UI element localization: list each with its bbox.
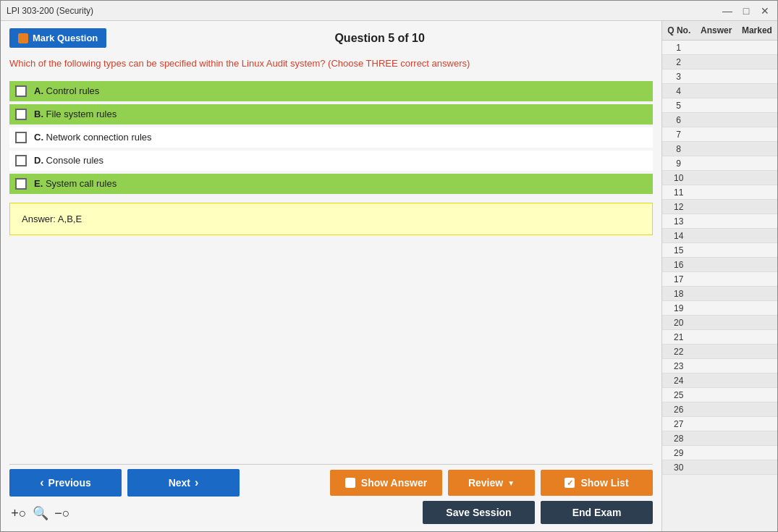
question-text: Which of the following types can be spec…	[9, 56, 653, 71]
list-item[interactable]: 24	[662, 373, 777, 388]
end-exam-button[interactable]: End Exam	[541, 501, 653, 524]
list-item[interactable]: 21	[662, 330, 777, 345]
list-item[interactable]: 6	[662, 113, 777, 127]
list-item[interactable]: 1	[662, 41, 777, 55]
option-label-b: B. File system rules	[34, 109, 117, 119]
q-number: 13	[662, 216, 695, 227]
options-list: A. Control rules B. File system rules C.…	[9, 81, 653, 194]
mark-question-button[interactable]: Mark Question	[9, 28, 106, 48]
q-number: 18	[662, 289, 695, 299]
list-item[interactable]: 20	[662, 316, 777, 330]
col-q-no: Q No.	[662, 24, 696, 37]
close-button[interactable]: ✕	[758, 4, 771, 17]
list-item[interactable]: 13	[662, 214, 777, 229]
zoom-and-save-bar: +○ 🔍 −○ Save Session End Exam	[9, 499, 653, 525]
review-dropdown-icon: ▼	[507, 479, 515, 487]
q-number: 1	[662, 43, 695, 53]
list-item[interactable]: 28	[662, 431, 777, 446]
q-number: 5	[662, 101, 695, 111]
q-number: 26	[662, 405, 695, 415]
list-item[interactable]: 27	[662, 417, 777, 431]
option-label-a: A. Control rules	[34, 85, 99, 96]
content-area: Mark Question Question 5 of 10 Which of …	[1, 21, 777, 531]
bottom-bar: ‹ Previous Next › Show Answer Review ▼ ✓	[9, 464, 653, 499]
list-item[interactable]: 23	[662, 359, 777, 373]
list-item[interactable]: 3	[662, 69, 777, 84]
q-number: 14	[662, 231, 695, 241]
q-number: 21	[662, 332, 695, 342]
q-number: 16	[662, 260, 695, 270]
previous-button[interactable]: ‹ Previous	[9, 469, 122, 497]
list-item[interactable]: 18	[662, 287, 777, 301]
list-item[interactable]: 19	[662, 301, 777, 316]
show-list-button[interactable]: ✓ Show List	[541, 470, 653, 496]
next-arrow-icon: ›	[195, 476, 198, 489]
title-bar: LPI 303-200 (Security) — □ ✕	[1, 1, 777, 21]
list-item[interactable]: 5	[662, 98, 777, 113]
option-row-b[interactable]: B. File system rules	[9, 104, 653, 124]
list-item[interactable]: 16	[662, 258, 777, 272]
option-row-c[interactable]: C. Network connection rules	[9, 127, 653, 148]
top-bar: Mark Question Question 5 of 10	[9, 28, 653, 48]
option-checkbox-e[interactable]	[15, 178, 27, 190]
show-answer-button[interactable]: Show Answer	[330, 470, 442, 496]
option-row-d[interactable]: D. Console rules	[9, 151, 653, 171]
option-checkbox-a[interactable]	[15, 85, 27, 97]
option-row-a[interactable]: A. Control rules	[9, 81, 653, 101]
list-item[interactable]: 12	[662, 200, 777, 214]
q-number: 4	[662, 86, 695, 96]
option-checkbox-c[interactable]	[15, 132, 27, 143]
list-item[interactable]: 4	[662, 84, 777, 98]
zoom-reset-button[interactable]: 🔍	[31, 504, 50, 523]
q-number: 8	[662, 144, 695, 154]
show-list-label: Show List	[580, 477, 628, 489]
zoom-out-button[interactable]: −○	[53, 504, 72, 523]
window-controls: — □ ✕	[721, 4, 771, 17]
next-button[interactable]: Next ›	[127, 469, 240, 497]
list-item[interactable]: 9	[662, 156, 777, 171]
option-label-c: C. Network connection rules	[34, 132, 152, 143]
col-answer: Answer	[696, 24, 737, 37]
list-item[interactable]: 30	[662, 460, 777, 475]
list-item[interactable]: 29	[662, 446, 777, 460]
review-button[interactable]: Review ▼	[448, 470, 535, 496]
minimize-button[interactable]: —	[721, 4, 734, 17]
list-item[interactable]: 15	[662, 243, 777, 258]
q-number: 7	[662, 130, 695, 140]
answer-text: Answer: A,B,E	[22, 214, 82, 224]
right-panel-header: Q No. Answer Marked	[662, 21, 777, 41]
question-list[interactable]: 1 2 3 4 5 6 7 8	[662, 41, 777, 531]
col-marked: Marked	[737, 24, 777, 37]
list-item[interactable]: 25	[662, 388, 777, 402]
option-checkbox-d[interactable]	[15, 155, 27, 166]
previous-arrow-icon: ‹	[40, 476, 43, 489]
list-item[interactable]: 11	[662, 185, 777, 200]
q-number: 2	[662, 57, 695, 67]
zoom-in-button[interactable]: +○	[9, 504, 28, 523]
list-item[interactable]: 14	[662, 229, 777, 243]
save-session-button[interactable]: Save Session	[423, 501, 535, 524]
q-number: 10	[662, 173, 695, 183]
review-label: Review	[468, 477, 503, 489]
window-title: LPI 303-200 (Security)	[7, 6, 93, 16]
list-item[interactable]: 22	[662, 345, 777, 359]
q-number: 22	[662, 347, 695, 357]
zoom-bar: +○ 🔍 −○	[9, 501, 72, 524]
option-label-d: D. Console rules	[34, 155, 103, 166]
list-item[interactable]: 2	[662, 55, 777, 69]
question-title: Question 5 of 10	[106, 32, 653, 45]
q-number: 29	[662, 448, 695, 458]
option-row-e[interactable]: E. System call rules	[9, 174, 653, 194]
list-item[interactable]: 7	[662, 127, 777, 142]
maximize-button[interactable]: □	[740, 4, 753, 17]
q-number: 23	[662, 361, 695, 371]
list-item[interactable]: 10	[662, 171, 777, 185]
q-number: 19	[662, 303, 695, 313]
list-item[interactable]: 26	[662, 402, 777, 417]
list-item[interactable]: 17	[662, 272, 777, 287]
q-number: 28	[662, 434, 695, 444]
previous-label: Previous	[48, 477, 91, 489]
list-item[interactable]: 8	[662, 142, 777, 156]
option-checkbox-b[interactable]	[15, 109, 27, 120]
q-number: 15	[662, 245, 695, 256]
